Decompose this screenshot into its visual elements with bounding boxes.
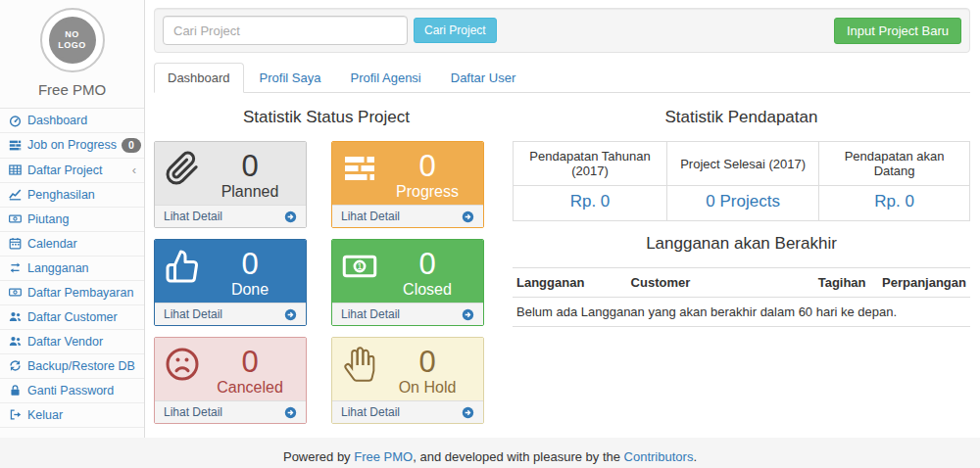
job-count-badge: 0 [122,138,141,153]
sidebar-item-daftar-customer[interactable]: Daftar Customer [0,305,144,330]
income-header: Project Selesai (2017) [667,142,819,186]
sidebar-item-piutang[interactable]: Piutang [0,208,144,232]
logo-text: NO LOGO [57,29,88,51]
subs-header-langganan: Langganan [513,268,627,298]
status-card-on-hold: 0 On Hold Lihat Detail [331,337,484,424]
tasks-icon [342,151,381,186]
users-icon [8,310,23,323]
page-footer: Powered by Free PMO, and developed with … [0,438,980,468]
sidebar-item-job-on-progress[interactable]: Job on Progress 0 [0,133,144,159]
tab-bar: Dashboard Profil Saya Profil Agensi Daft… [154,63,970,93]
subscription-table: Langganan Customer Tagihan Perpanjangan … [513,267,970,327]
status-section: Statistik Status Project 0 Planned Lihat… [154,95,499,424]
search-button[interactable]: Cari Project [414,18,497,43]
logo: NO LOGO Free PMO [0,0,144,98]
closed-count: 0 [381,249,473,279]
sidebar-item-daftar-project[interactable]: Daftar Project ‹ [0,159,144,183]
tab-profil-saya[interactable]: Profil Saya [246,63,335,93]
sidebar-item-label: Daftar Vendor [27,335,103,349]
income-header: Pendapatan akan Datang [819,142,970,186]
status-card-planned: 0 Planned Lihat Detail [154,141,307,228]
tab-dashboard[interactable]: Dashboard [154,63,244,93]
arrow-circle-right-icon [284,308,297,321]
table-icon [8,164,23,176]
sign-out-icon [8,408,23,421]
sidebar-item-label: Penghasilan [27,188,95,202]
planned-count: 0 [204,151,296,181]
status-card-done: 0 Done Lihat Detail [154,239,307,326]
sidebar-item-label: Keluar [27,408,63,422]
closed-label: Closed [381,281,473,299]
calendar-icon [8,237,23,250]
lihat-detail-link[interactable]: Lihat Detail [332,205,483,227]
dashboard-icon [8,115,23,127]
sidebar-item-dashboard[interactable]: Dashboard [0,109,144,133]
sidebar-item-penghasilan[interactable]: Penghasilan [0,183,144,208]
search-input[interactable] [163,16,408,45]
subscription-empty-message: Belum ada Langganan yang akan berakhir d… [513,298,970,327]
table-row: Belum ada Langganan yang akan berakhir d… [513,298,970,327]
status-section-title: Statistik Status Project [154,108,499,127]
footer-text: Powered by Free PMO, and developed with … [283,449,697,464]
lihat-detail-link[interactable]: Lihat Detail [332,303,483,325]
sidebar-item-langganan[interactable]: Langganan [0,257,144,281]
sidebar-item-label: Piutang [27,212,69,226]
pendapatan-tahunan-value[interactable]: Rp. 0 [570,192,611,211]
sidebar-item-label: Calendar [27,237,77,251]
sidebar-item-label: Daftar Pembayaran [27,286,133,300]
tab-daftar-user[interactable]: Daftar User [437,63,529,93]
sidebar-item-daftar-vendor[interactable]: Daftar Vendor [0,330,144,354]
svg-text:1: 1 [357,260,362,271]
money-icon [8,286,23,299]
exchange-icon [8,261,23,274]
tasks-icon [8,139,23,152]
sidebar-item-keluar[interactable]: Keluar [0,403,144,428]
money-icon: 1 [342,249,381,284]
free-pmo-link[interactable]: Free PMO [354,449,413,464]
lihat-detail-link[interactable]: Lihat Detail [155,205,306,227]
on-hold-label: On Hold [381,379,473,397]
app-name: Free PMO [0,81,144,98]
lock-icon [8,384,23,397]
users-icon [8,335,23,348]
subscription-section-title: Langganan akan Berakhir [513,234,970,254]
status-card-canceled: 0 Canceled Lihat Detail [154,337,307,424]
sidebar-menu: Dashboard Job on Progress 0 Daftar Proje… [0,108,144,428]
income-table: Pendapatan Tahunan (2017) Project Selesa… [513,141,970,221]
arrow-circle-right-icon [284,211,297,223]
line-chart-icon [8,188,23,201]
sidebar-item-calendar[interactable]: Calendar [0,232,144,257]
sidebar-item-label: Dashboard [27,114,87,127]
project-selesai-value[interactable]: 0 Projects [706,192,780,211]
frown-icon [165,347,204,382]
input-project-baru-button[interactable]: Input Project Baru [834,18,961,44]
subs-header-perpanjangan: Perpanjangan [878,268,970,298]
sidebar-item-label: Daftar Customer [27,310,118,324]
lihat-detail-link[interactable]: Lihat Detail [155,303,306,325]
income-section: Statistik Pendapatan Pendapatan Tahunan … [513,95,970,424]
refresh-icon [8,359,23,372]
app-layout: NO LOGO Free PMO Dashboard Job on Progre… [0,0,980,438]
contributors-link[interactable]: Contributors [624,449,694,464]
arrow-circle-right-icon [284,406,297,419]
hand-paper-icon [342,347,381,382]
pendapatan-akan-datang-value[interactable]: Rp. 0 [874,192,914,211]
main-content: Cari Project Input Project Baru Dashboar… [145,0,980,438]
tab-profil-agensi[interactable]: Profil Agensi [336,63,434,93]
subs-header-customer: Customer [627,268,814,298]
thumbs-up-icon [165,249,204,284]
progress-count: 0 [381,151,473,181]
sidebar: NO LOGO Free PMO Dashboard Job on Progre… [0,0,145,438]
progress-label: Progress [381,183,473,201]
lihat-detail-link[interactable]: Lihat Detail [332,400,483,423]
search-bar: Cari Project Input Project Baru [154,8,970,53]
income-header: Pendapatan Tahunan (2017) [514,142,667,186]
on-hold-count: 0 [381,347,473,377]
lihat-detail-link[interactable]: Lihat Detail [155,400,306,423]
sidebar-item-backup-restore-db[interactable]: Backup/Restore DB [0,354,144,379]
done-label: Done [204,281,296,299]
no-logo-seal: NO LOGO [40,8,105,72]
sidebar-item-daftar-pembayaran[interactable]: Daftar Pembayaran [0,281,144,305]
sidebar-item-ganti-password[interactable]: Ganti Password [0,379,144,403]
sidebar-item-label: Backup/Restore DB [27,359,135,373]
